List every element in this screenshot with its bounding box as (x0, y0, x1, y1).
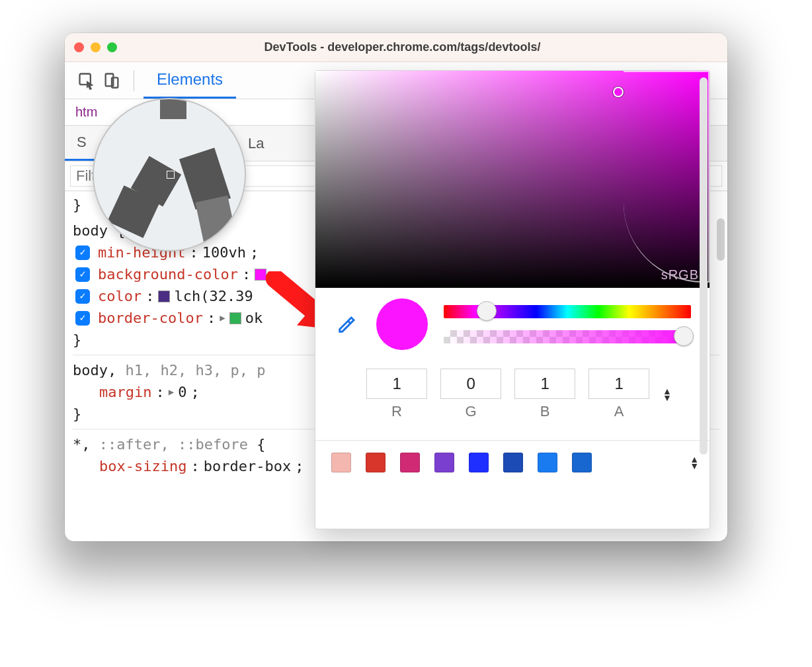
palette-swatch[interactable] (400, 453, 420, 472)
prop-value: 0 (178, 381, 186, 403)
gamut-label: sRGB (661, 267, 699, 283)
palette-stepper[interactable]: ▲ ▼ (690, 456, 699, 469)
channel-g-input[interactable] (440, 369, 501, 399)
channel-g-label: G (466, 403, 477, 420)
prop-value: ok (245, 307, 263, 329)
expand-triangle-icon[interactable]: ▶ (169, 385, 174, 399)
property-checkbox[interactable]: ✓ (75, 289, 90, 304)
prop-value: lch(32.39 (174, 285, 253, 307)
titlebar: DevTools - developer.chrome.com/tags/dev… (65, 33, 727, 62)
window-title: DevTools - developer.chrome.com/tags/dev… (117, 40, 727, 54)
palette-swatch[interactable] (503, 453, 523, 472)
color-preview-circle (376, 298, 428, 350)
channel-a-label: A (614, 403, 624, 420)
palette-swatches: ▲ ▼ (315, 440, 710, 482)
prop-name: margin (99, 381, 151, 403)
channel-b-label: B (540, 403, 550, 420)
palette-swatch[interactable] (331, 453, 351, 472)
prop-value: 100vh (202, 242, 246, 263)
eyedropper-target-pixel (167, 171, 175, 179)
breadcrumb-html: htm (75, 105, 97, 119)
channel-r-input[interactable] (366, 369, 427, 399)
channel-b-input[interactable] (514, 369, 575, 399)
zoom-window-button[interactable] (107, 42, 117, 52)
color-swatch-icon[interactable] (158, 290, 170, 302)
close-window-button[interactable] (74, 42, 84, 52)
property-checkbox[interactable]: ✓ (75, 267, 90, 282)
prop-name: box-sizing (99, 455, 186, 477)
window-controls (74, 42, 117, 52)
inspect-element-icon[interactable] (74, 68, 99, 93)
palette-swatch[interactable] (366, 453, 386, 472)
subtab-styles[interactable]: S (65, 126, 99, 161)
eyedropper-magnifier[interactable] (93, 98, 246, 251)
prop-name: background-color (98, 263, 238, 285)
palette-swatch[interactable] (538, 453, 557, 472)
eyedropper-button[interactable] (334, 311, 360, 337)
color-picker-panel: sRGB R (315, 70, 710, 529)
palette-swatch[interactable] (434, 453, 454, 472)
device-toggle-icon[interactable] (99, 68, 124, 93)
alpha-knob[interactable] (674, 326, 694, 346)
scrollbar[interactable] (717, 218, 725, 261)
property-checkbox[interactable]: ✓ (75, 311, 90, 326)
color-swatch-icon[interactable] (229, 312, 241, 324)
spectrum-thumb[interactable] (613, 87, 624, 97)
minimize-window-button[interactable] (91, 42, 101, 52)
tab-elements[interactable]: Elements (143, 62, 236, 99)
prop-name: border-color (98, 307, 203, 329)
channel-r-label: R (391, 403, 402, 420)
palette-swatch[interactable] (469, 453, 489, 472)
chevron-down-icon[interactable]: ▼ (690, 463, 699, 469)
prop-name: color (98, 285, 142, 307)
chevron-down-icon[interactable]: ▼ (663, 394, 672, 401)
property-checkbox[interactable]: ✓ (75, 245, 90, 260)
channel-a-input[interactable] (589, 369, 649, 399)
palette-swatch[interactable] (572, 453, 592, 472)
hue-knob[interactable] (477, 301, 497, 321)
expand-triangle-icon[interactable]: ▶ (220, 311, 225, 325)
scrollbar[interactable] (700, 77, 708, 455)
toolbar-divider (134, 70, 134, 91)
spectrum-field[interactable]: sRGB (315, 71, 710, 288)
hue-slider[interactable] (444, 305, 691, 318)
channel-inputs: R G B A ▲ ▼ (334, 369, 704, 420)
prop-value: border-box (204, 455, 291, 477)
alpha-slider[interactable] (444, 330, 691, 343)
color-mode-stepper[interactable]: ▲ ▼ (663, 388, 672, 401)
